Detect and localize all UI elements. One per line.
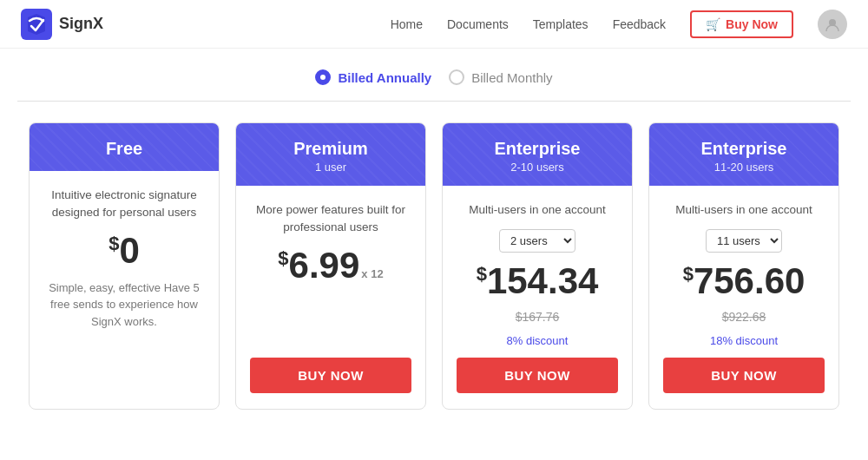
section-divider: [17, 101, 851, 102]
buy-now-button[interactable]: BUY NOW: [250, 358, 411, 393]
plan-name: Enterprise: [663, 139, 825, 159]
plan-card-enterprise-small: Enterprise 2-10 users Multi-users in one…: [442, 122, 633, 410]
logo-icon: [21, 9, 52, 40]
plan-card-premium: Premium 1 user More power features built…: [235, 122, 426, 410]
plan-header: Enterprise 11-20 users: [649, 123, 838, 186]
plan-price: $6.99x 12: [278, 247, 383, 284]
buy-now-button[interactable]: BUY NOW: [663, 358, 825, 393]
plan-subname: 1 user: [250, 161, 411, 174]
billing-annually-label: Billed Annually: [338, 70, 431, 85]
user-count-select[interactable]: 11 users12 users13 users14 users15 users…: [706, 229, 782, 253]
plan-name: Free: [43, 139, 205, 159]
buy-now-button[interactable]: BUY NOW: [457, 358, 618, 393]
plan-discount: 18% discount: [710, 334, 778, 347]
plan-header: Enterprise 2-10 users: [443, 123, 632, 186]
plan-free-note: Simple, easy, effective Have 5 free send…: [43, 279, 205, 331]
billing-toggle: Billed Annually Billed Monthly: [0, 49, 868, 101]
plan-card-enterprise-large: Enterprise 11-20 users Multi-users in on…: [648, 122, 839, 410]
user-count-select[interactable]: 2 users3 users4 users5 users6 users7 use…: [499, 229, 575, 253]
logo-text: SignX: [59, 15, 103, 33]
plan-name: Enterprise: [457, 139, 618, 159]
plan-name: Premium: [250, 139, 411, 159]
billing-monthly-option[interactable]: Billed Monthly: [449, 69, 552, 85]
plan-price: $154.34: [477, 263, 599, 299]
plan-body: Multi-users in one account 11 users12 us…: [649, 186, 838, 409]
plan-header: Free: [30, 123, 219, 171]
plan-desc: Multi-users in one account: [675, 201, 812, 219]
header: SignX Home Documents Templates Feedback …: [0, 0, 868, 49]
plan-card-free: Free Intuitive electronic signature desi…: [29, 122, 220, 410]
plans-grid: Free Intuitive electronic signature desi…: [0, 122, 868, 436]
plan-subname: 11-20 users: [663, 161, 825, 174]
plan-body: Intuitive electronic signature designed …: [30, 171, 219, 409]
main-nav: Home Documents Templates Feedback 🛒 Buy …: [391, 10, 847, 39]
billing-annually-option[interactable]: Billed Annually: [315, 69, 431, 85]
nav-home[interactable]: Home: [391, 17, 423, 31]
plan-body: More power features built for profession…: [236, 186, 425, 409]
plan-discount: 8% discount: [507, 334, 569, 347]
avatar[interactable]: [818, 10, 847, 39]
plan-price: $756.60: [683, 263, 806, 299]
nav-feedback[interactable]: Feedback: [613, 17, 666, 31]
plan-desc: Intuitive electronic signature designed …: [43, 187, 205, 222]
plan-desc: Multi-users in one account: [469, 201, 606, 219]
plan-original-price: $922.68: [722, 310, 766, 324]
plan-desc: More power features built for profession…: [250, 201, 411, 237]
billing-annually-radio[interactable]: [315, 69, 331, 85]
nav-documents[interactable]: Documents: [447, 17, 509, 31]
plan-original-price: $167.76: [516, 310, 560, 324]
plan-header: Premium 1 user: [236, 123, 425, 186]
cart-icon: 🛒: [706, 17, 720, 31]
plan-price: $0: [108, 233, 140, 269]
plan-body: Multi-users in one account 2 users3 user…: [443, 186, 632, 409]
buy-now-label: Buy Now: [726, 17, 778, 31]
billing-monthly-radio[interactable]: [449, 69, 464, 85]
header-buy-now-button[interactable]: 🛒 Buy Now: [690, 10, 793, 38]
billing-monthly-label: Billed Monthly: [471, 70, 552, 85]
plan-subname: 2-10 users: [457, 161, 618, 174]
nav-templates[interactable]: Templates: [533, 17, 589, 31]
logo-area: SignX: [21, 9, 103, 40]
